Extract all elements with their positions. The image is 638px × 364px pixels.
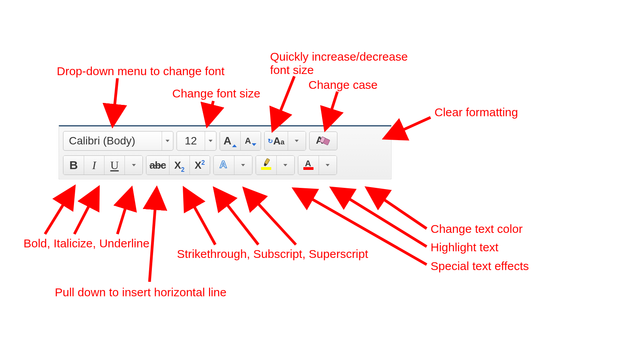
shrink-font-A: A xyxy=(245,136,251,146)
bold-B: B xyxy=(69,159,78,171)
text-effects-button[interactable]: A xyxy=(214,156,234,175)
subscript-X: X xyxy=(174,159,181,171)
change-case-group: ↻ A a xyxy=(264,131,306,151)
toolbar-row-2: B I U abc X2 xyxy=(63,155,387,175)
svg-line-8 xyxy=(207,101,213,124)
underline-U: U xyxy=(110,159,119,171)
grow-shrink-font-group: A A xyxy=(220,131,261,151)
svg-text:A: A xyxy=(220,159,227,170)
font-color-group: A xyxy=(298,155,337,175)
font-color-icon: A xyxy=(302,158,315,173)
highlighter-icon xyxy=(260,158,273,173)
label-incdec-line1: Quickly increase/decrease xyxy=(270,50,408,64)
svg-line-17 xyxy=(215,189,258,245)
svg-line-16 xyxy=(185,189,215,245)
svg-text:A: A xyxy=(305,159,311,168)
subscript-2: 2 xyxy=(181,166,185,173)
change-case-a: a xyxy=(281,138,285,146)
label-incdec-line2: font size xyxy=(270,63,314,77)
chevron-down-icon xyxy=(241,164,245,166)
label-biu: Bold, Italicize, Underline xyxy=(23,237,150,250)
strike-sub-sup-group: abc X2 X2 xyxy=(146,155,210,175)
grow-font-A: A xyxy=(223,135,231,147)
font-name-value: Calibri (Body) xyxy=(63,135,141,147)
font-color-dropdown[interactable] xyxy=(319,156,337,175)
underline-button[interactable]: U xyxy=(104,156,124,175)
italic-I: I xyxy=(92,159,96,171)
font-size-combo[interactable]: 12 xyxy=(177,131,216,151)
superscript-X: X xyxy=(195,159,201,171)
biu-group: B I U xyxy=(63,155,143,175)
highlight-swatch xyxy=(261,167,271,170)
svg-line-7 xyxy=(113,78,117,124)
svg-line-12 xyxy=(45,188,74,234)
label-change-case: Change case xyxy=(308,78,378,92)
grow-font-button[interactable]: A xyxy=(220,132,240,150)
strikethrough-button[interactable]: abc xyxy=(146,156,169,175)
chevron-down-icon xyxy=(209,140,213,142)
svg-line-11 xyxy=(386,117,431,138)
highlight-group xyxy=(256,155,295,175)
chevron-down-icon xyxy=(283,164,287,166)
svg-line-19 xyxy=(368,189,427,229)
chevron-down-icon xyxy=(132,164,136,166)
font-name-dropdown-button[interactable] xyxy=(162,132,173,150)
text-effects-icon: A xyxy=(218,159,230,172)
chevron-down-icon xyxy=(166,140,169,142)
triangle-up-icon xyxy=(232,144,237,147)
svg-line-18 xyxy=(245,189,296,245)
change-case-A: A xyxy=(273,135,281,147)
label-font-size: Change font size xyxy=(172,87,260,101)
toolbar-row-1: Calibri (Body) 12 A xyxy=(63,131,387,151)
highlight-button[interactable] xyxy=(256,156,276,175)
text-effects-dropdown[interactable] xyxy=(234,156,252,175)
triangle-down-icon xyxy=(252,143,256,146)
change-case-dropdown[interactable] xyxy=(288,132,306,150)
svg-line-10 xyxy=(326,92,337,128)
eraser-icon: A xyxy=(314,133,332,148)
label-effects: Special text effects xyxy=(431,259,529,273)
font-size-value: 12 xyxy=(177,135,205,147)
superscript-2: 2 xyxy=(202,159,205,166)
font-color-button[interactable]: A xyxy=(298,156,319,175)
label-highlight: Highlight text xyxy=(431,241,498,254)
change-case-button[interactable]: ↻ A a xyxy=(265,132,288,150)
font-color-swatch xyxy=(303,167,314,170)
font-size-dropdown-button[interactable] xyxy=(205,132,216,150)
font-toolbar: Calibri (Body) 12 A xyxy=(59,125,391,179)
italic-button[interactable]: I xyxy=(84,156,104,175)
label-text-color: Change text color xyxy=(431,222,523,236)
svg-line-20 xyxy=(333,189,427,247)
strike-abc: abc xyxy=(150,160,166,170)
font-name-combo[interactable]: Calibri (Body) xyxy=(63,131,173,151)
svg-line-15 xyxy=(150,189,157,282)
subscript-button[interactable]: X2 xyxy=(169,156,189,175)
svg-line-9 xyxy=(273,76,294,129)
label-clear-formatting: Clear formatting xyxy=(434,106,518,119)
label-hr-line: Pull down to insert horizontal line xyxy=(55,286,227,299)
text-effects-group: A xyxy=(213,155,252,175)
bold-button[interactable]: B xyxy=(63,156,84,175)
highlight-dropdown[interactable] xyxy=(276,156,294,175)
label-font-dropdown: Drop-down menu to change font xyxy=(57,65,225,78)
cycle-arrow-icon: ↻ xyxy=(268,137,273,145)
label-sss: Strikethrough, Subscript, Superscript xyxy=(177,247,368,261)
svg-line-13 xyxy=(74,189,98,234)
underline-dropdown-button[interactable] xyxy=(124,156,142,175)
clear-formatting-button[interactable]: A xyxy=(309,132,337,150)
chevron-down-icon xyxy=(326,164,330,166)
shrink-font-button[interactable]: A xyxy=(240,132,261,150)
chevron-down-icon xyxy=(295,140,299,142)
superscript-button[interactable]: X2 xyxy=(189,156,210,175)
svg-line-14 xyxy=(117,189,131,234)
